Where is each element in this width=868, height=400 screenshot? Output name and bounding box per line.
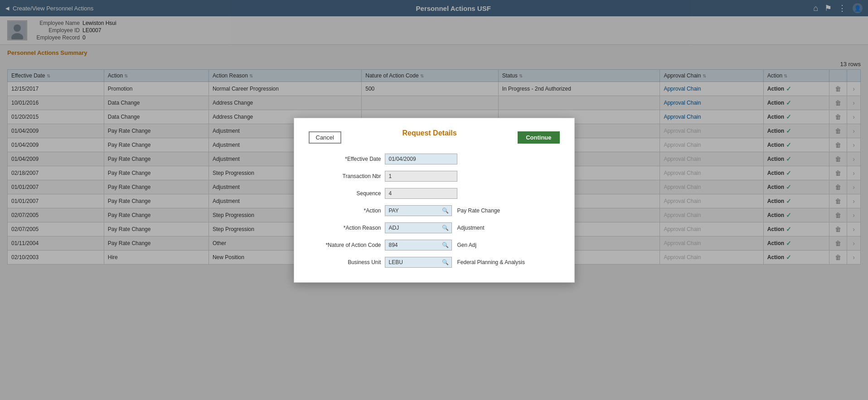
action-search-button[interactable]: 🔍	[439, 205, 452, 216]
action-reason-code-input[interactable]	[385, 222, 439, 233]
business-unit-input-group: 🔍	[385, 257, 452, 268]
form-row-nature-code: *Nature of Action Code 🔍 Gen Adj	[309, 240, 560, 251]
effective-date-input[interactable]	[385, 154, 457, 164]
request-details-modal: Cancel Request Details Continue *Effecti…	[294, 118, 575, 272]
sequence-input	[385, 188, 457, 199]
action-reason-input-group: 🔍	[385, 222, 452, 233]
business-unit-label: Business Unit	[309, 259, 381, 265]
nature-code-input[interactable]	[385, 240, 439, 251]
action-description: Pay Rate Change	[457, 207, 500, 214]
form-row-effective-date: *Effective Date	[309, 154, 560, 164]
business-unit-code-input[interactable]	[385, 257, 439, 268]
form-row-action-reason: *Action Reason 🔍 Adjustment	[309, 222, 560, 233]
action-input-group: 🔍	[385, 205, 452, 216]
form-row-sequence: Sequence	[309, 188, 560, 199]
transaction-nbr-input	[385, 171, 457, 182]
nature-code-description: Gen Adj	[457, 242, 477, 248]
effective-date-label: *Effective Date	[309, 156, 381, 162]
continue-button[interactable]: Continue	[518, 131, 559, 144]
nature-code-search-button[interactable]: 🔍	[439, 240, 452, 251]
nature-code-input-group: 🔍	[385, 240, 452, 251]
cancel-button[interactable]: Cancel	[309, 131, 341, 144]
modal-overlay: Cancel Request Details Continue *Effecti…	[0, 0, 868, 272]
sequence-label: Sequence	[309, 190, 381, 197]
form-row-action: *Action 🔍 Pay Rate Change	[309, 205, 560, 216]
action-reason-description: Adjustment	[457, 225, 485, 231]
modal-form: *Effective Date Transaction Nbr Sequence…	[309, 154, 560, 268]
action-label: *Action	[309, 207, 381, 214]
business-unit-search-button[interactable]: 🔍	[439, 257, 452, 268]
form-row-business-unit: Business Unit 🔍 Federal Planning & Analy…	[309, 257, 560, 268]
modal-top-bar: Cancel Request Details Continue	[309, 129, 560, 146]
action-reason-label: *Action Reason	[309, 225, 381, 231]
form-row-transaction-nbr: Transaction Nbr	[309, 171, 560, 182]
nature-code-label: *Nature of Action Code	[309, 242, 381, 248]
action-code-input[interactable]	[385, 205, 439, 216]
business-unit-description: Federal Planning & Analysis	[457, 259, 525, 265]
modal-title: Request Details	[402, 129, 457, 137]
transaction-nbr-label: Transaction Nbr	[309, 173, 381, 179]
action-reason-search-button[interactable]: 🔍	[439, 222, 452, 233]
